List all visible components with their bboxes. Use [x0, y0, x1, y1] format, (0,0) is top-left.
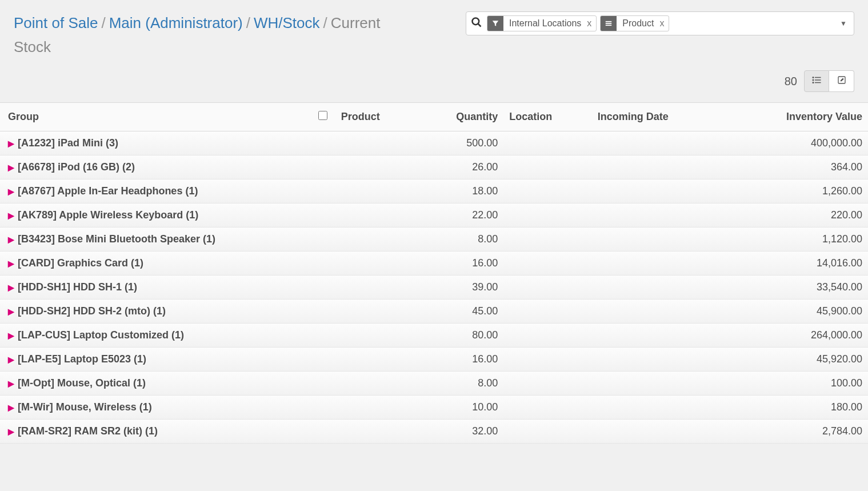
- search-facet[interactable]: Internal Locationsx: [487, 15, 597, 31]
- expand-caret-icon[interactable]: ▶: [8, 283, 14, 292]
- expand-caret-icon[interactable]: ▶: [8, 427, 14, 436]
- checkbox-cell: [313, 252, 335, 276]
- col-header-group[interactable]: Group: [0, 103, 313, 131]
- inventory-value-cell: 45,900.00: [726, 300, 868, 324]
- table-group-row[interactable]: ▶[AK789] Apple Wireless Keyboard (1)22.0…: [0, 203, 868, 227]
- product-cell: [335, 155, 417, 179]
- list-view-button[interactable]: [804, 70, 829, 92]
- search-facet[interactable]: Productx: [600, 15, 669, 31]
- location-cell: [503, 131, 592, 155]
- checkbox-cell: [313, 324, 335, 348]
- select-all-checkbox[interactable]: [318, 111, 327, 120]
- expand-caret-icon[interactable]: ▶: [8, 403, 14, 412]
- table-group-row[interactable]: ▶[M-Opt] Mouse, Optical (1)8.00100.00: [0, 372, 868, 396]
- table-group-row[interactable]: ▶[A6678] iPod (16 GB) (2)26.00364.00: [0, 155, 868, 179]
- incoming-date-cell: [592, 420, 726, 444]
- filter-icon: [487, 16, 503, 31]
- table-group-row[interactable]: ▶[LAP-CUS] Laptop Customized (1)80.00264…: [0, 324, 868, 348]
- checkbox-cell: [313, 179, 335, 203]
- location-cell: [503, 396, 592, 420]
- quantity-cell: 45.00: [417, 300, 503, 324]
- group-label: [RAM-SR2] RAM SR2 (kit) (1): [18, 425, 158, 437]
- product-cell: [335, 324, 417, 348]
- col-header-incoming-date[interactable]: Incoming Date: [592, 103, 726, 131]
- group-cell[interactable]: ▶[M-Opt] Mouse, Optical (1): [0, 372, 313, 396]
- group-cell[interactable]: ▶[LAP-CUS] Laptop Customized (1): [0, 324, 313, 348]
- incoming-date-cell: [592, 324, 726, 348]
- table-group-row[interactable]: ▶[LAP-E5] Laptop E5023 (1)16.0045,920.00: [0, 348, 868, 372]
- expand-caret-icon[interactable]: ▶: [8, 355, 14, 364]
- location-cell: [503, 227, 592, 252]
- stock-table: Group Product Quantity Location Incoming…: [0, 102, 868, 444]
- expand-caret-icon[interactable]: ▶: [8, 379, 14, 388]
- quantity-cell: 80.00: [417, 324, 503, 348]
- group-cell[interactable]: ▶[CARD] Graphics Card (1): [0, 252, 313, 276]
- col-header-location[interactable]: Location: [503, 103, 592, 131]
- col-header-inventory-value[interactable]: Inventory Value: [726, 103, 868, 131]
- svg-rect-3: [606, 23, 612, 24]
- group-cell[interactable]: ▶[HDD-SH1] HDD SH-1 (1): [0, 276, 313, 300]
- search-dropdown-caret[interactable]: ▼: [838, 19, 849, 27]
- table-group-row[interactable]: ▶[RAM-SR2] RAM SR2 (kit) (1)32.002,784.0…: [0, 420, 868, 444]
- expand-caret-icon[interactable]: ▶: [8, 187, 14, 196]
- group-cell[interactable]: ▶[M-Wir] Mouse, Wireless (1): [0, 396, 313, 420]
- group-label: [M-Opt] Mouse, Optical (1): [18, 377, 146, 389]
- quantity-cell: 8.00: [417, 372, 503, 396]
- quantity-cell: 16.00: [417, 252, 503, 276]
- product-cell: [335, 348, 417, 372]
- group-cell[interactable]: ▶[A6678] iPod (16 GB) (2): [0, 155, 313, 179]
- group-label: [LAP-E5] Laptop E5023 (1): [18, 353, 146, 365]
- table-group-row[interactable]: ▶[B3423] Bose Mini Bluetooth Speaker (1)…: [0, 227, 868, 252]
- form-view-button[interactable]: [829, 70, 854, 92]
- expand-caret-icon[interactable]: ▶: [8, 259, 14, 268]
- group-cell[interactable]: ▶[HDD-SH2] HDD SH-2 (mto) (1): [0, 300, 313, 324]
- expand-caret-icon[interactable]: ▶: [8, 163, 14, 172]
- table-group-row[interactable]: ▶[M-Wir] Mouse, Wireless (1)10.00180.00: [0, 396, 868, 420]
- group-cell[interactable]: ▶[A8767] Apple In-Ear Headphones (1): [0, 179, 313, 203]
- table-group-row[interactable]: ▶[CARD] Graphics Card (1)16.0014,016.00: [0, 252, 868, 276]
- location-cell: [503, 324, 592, 348]
- svg-rect-2: [606, 21, 612, 22]
- expand-caret-icon[interactable]: ▶: [8, 139, 14, 148]
- incoming-date-cell: [592, 252, 726, 276]
- inventory-value-cell: 45,920.00: [726, 348, 868, 372]
- expand-caret-icon[interactable]: ▶: [8, 307, 14, 316]
- table-group-row[interactable]: ▶[HDD-SH1] HDD SH-1 (1)39.0033,540.00: [0, 276, 868, 300]
- checkbox-cell: [313, 372, 335, 396]
- col-header-quantity[interactable]: Quantity: [417, 103, 503, 131]
- table-group-row[interactable]: ▶[HDD-SH2] HDD SH-2 (mto) (1)45.0045,900…: [0, 300, 868, 324]
- expand-caret-icon[interactable]: ▶: [8, 211, 14, 220]
- breadcrumb-link[interactable]: Point of Sale: [14, 14, 98, 31]
- group-cell[interactable]: ▶[B3423] Bose Mini Bluetooth Speaker (1): [0, 227, 313, 252]
- inventory-value-cell: 14,016.00: [726, 252, 868, 276]
- breadcrumb-separator: /: [243, 14, 254, 31]
- search-input[interactable]: [673, 18, 838, 29]
- table-group-row[interactable]: ▶[A1232] iPad Mini (3)500.00400,000.00: [0, 131, 868, 155]
- inventory-value-cell: 1,260.00: [726, 179, 868, 203]
- product-cell: [335, 396, 417, 420]
- product-cell: [335, 420, 417, 444]
- quantity-cell: 10.00: [417, 396, 503, 420]
- edit-icon: [837, 75, 846, 87]
- breadcrumb-link[interactable]: Main (Administrator): [109, 14, 243, 31]
- col-header-checkbox[interactable]: [313, 103, 335, 131]
- group-cell[interactable]: ▶[RAM-SR2] RAM SR2 (kit) (1): [0, 420, 313, 444]
- table-group-row[interactable]: ▶[A8767] Apple In-Ear Headphones (1)18.0…: [0, 179, 868, 203]
- search-bar[interactable]: Internal LocationsxProductx ▼: [466, 11, 854, 35]
- group-cell[interactable]: ▶[A1232] iPad Mini (3): [0, 131, 313, 155]
- breadcrumb-link[interactable]: WH/Stock: [254, 14, 320, 31]
- expand-caret-icon[interactable]: ▶: [8, 235, 14, 244]
- col-header-product[interactable]: Product: [335, 103, 417, 131]
- product-cell: [335, 252, 417, 276]
- checkbox-cell: [313, 396, 335, 420]
- facet-remove[interactable]: x: [587, 16, 596, 31]
- group-cell[interactable]: ▶[AK789] Apple Wireless Keyboard (1): [0, 203, 313, 227]
- inventory-value-cell: 1,120.00: [726, 227, 868, 252]
- group-cell[interactable]: ▶[LAP-E5] Laptop E5023 (1): [0, 348, 313, 372]
- incoming-date-cell: [592, 396, 726, 420]
- facet-remove[interactable]: x: [659, 16, 669, 31]
- inventory-value-cell: 2,784.00: [726, 420, 868, 444]
- expand-caret-icon[interactable]: ▶: [8, 331, 14, 340]
- checkbox-cell: [313, 227, 335, 252]
- incoming-date-cell: [592, 348, 726, 372]
